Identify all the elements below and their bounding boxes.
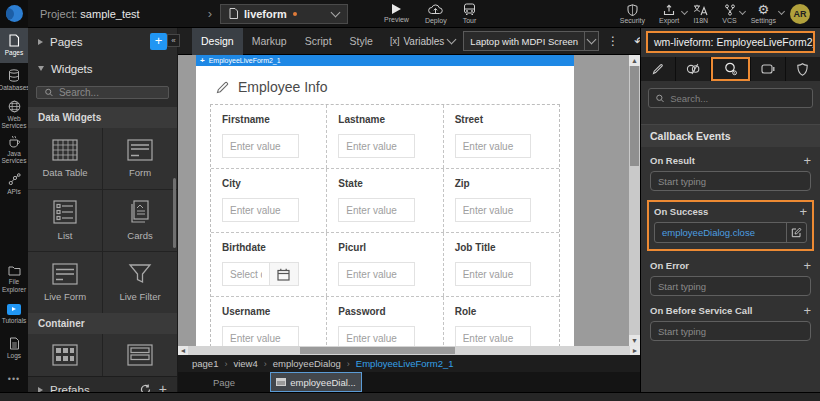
- form-field-birthdate[interactable]: Birthdate: [211, 233, 327, 296]
- rail-item-web-services[interactable]: Web Services: [0, 98, 28, 133]
- add-on-error-action-button[interactable]: +: [803, 260, 811, 271]
- form-field-password[interactable]: Password: [327, 297, 443, 346]
- device-select[interactable]: Laptop with MDPI Screen: [463, 31, 599, 51]
- breadcrumb-view4[interactable]: view4: [233, 358, 257, 369]
- widget-live-filter[interactable]: Live Filter: [103, 252, 177, 313]
- widget-list[interactable]: List: [28, 190, 102, 251]
- wavemaker-logo[interactable]: [0, 0, 28, 28]
- on-success-value-field[interactable]: employeeDialog.close: [654, 222, 807, 243]
- widget-search[interactable]: [36, 86, 169, 99]
- widget-data-table[interactable]: Data Table: [28, 128, 102, 189]
- left-panel-scrollbar[interactable]: [173, 178, 176, 248]
- preview-button[interactable]: Preview: [384, 4, 409, 23]
- breadcrumb-employeedialog[interactable]: employeeDialog: [273, 358, 341, 369]
- canvas-vertical-scrollbar[interactable]: ▲ ▼: [629, 55, 640, 346]
- rail-item-apis[interactable]: APIs: [0, 167, 28, 202]
- breadcrumb-employeeliveform[interactable]: EmployeeLiveForm2_1: [356, 358, 454, 369]
- dialog-page[interactable]: + EmployeeLiveForm2_1 Employee Info Firs…: [196, 55, 574, 346]
- form-field-role[interactable]: Role: [444, 297, 559, 346]
- page-tab-liveform[interactable]: liveform: [220, 4, 348, 24]
- city-input[interactable]: [222, 198, 299, 222]
- i18n-button[interactable]: I18N: [693, 4, 708, 24]
- prefabs-section-header[interactable]: Prefabs +: [28, 376, 177, 392]
- properties-search-input[interactable]: [670, 93, 805, 104]
- variables-button[interactable]: [x] Variables: [390, 36, 455, 47]
- edit-on-success-button[interactable]: [786, 223, 806, 242]
- settings-button[interactable]: ⚙ Settings: [751, 4, 776, 24]
- street-input[interactable]: [455, 134, 532, 158]
- state-input[interactable]: [338, 198, 415, 222]
- rail-item-file-explorer[interactable]: File Explorer: [0, 262, 28, 297]
- rail-more-button[interactable]: •••: [0, 366, 28, 392]
- on-before-service-call-input[interactable]: [658, 326, 803, 337]
- deploy-button[interactable]: Deploy: [425, 4, 447, 24]
- export-button[interactable]: Export: [659, 4, 679, 24]
- add-on-before-service-call-action-button[interactable]: +: [803, 305, 811, 316]
- widget-form[interactable]: Form: [103, 128, 177, 189]
- form-title-row[interactable]: Employee Info: [196, 66, 574, 104]
- device-tab[interactable]: [751, 57, 785, 81]
- form-field-state[interactable]: State: [327, 169, 443, 232]
- form-field-lastname[interactable]: Lastname: [327, 105, 443, 168]
- properties-tab[interactable]: [641, 57, 675, 81]
- canvas-horizontal-scrollbar[interactable]: ◄ ►: [178, 346, 640, 355]
- form-field-firstname[interactable]: Firstname: [211, 105, 327, 168]
- move-handle-icon[interactable]: +: [200, 56, 205, 65]
- form-field-zip[interactable]: Zip: [444, 169, 559, 232]
- rail-item-java-services[interactable]: Java Services: [0, 132, 28, 167]
- add-on-success-action-button[interactable]: +: [799, 206, 807, 217]
- selected-widget-bar[interactable]: + EmployeeLiveForm2_1: [196, 55, 574, 66]
- firstname-input[interactable]: [222, 134, 299, 158]
- on-result-input[interactable]: [658, 176, 803, 187]
- add-page-button[interactable]: +: [150, 33, 167, 50]
- scroll-up-arrow[interactable]: ▲: [629, 55, 640, 66]
- collapse-left-panel-button[interactable]: «: [167, 34, 180, 47]
- tab-style[interactable]: Style: [341, 28, 382, 55]
- properties-search[interactable]: [648, 88, 813, 108]
- widget-layout-rows[interactable]: [103, 334, 177, 376]
- widgets-section-header[interactable]: Widgets: [28, 55, 177, 82]
- horizontal-scroll-thumb[interactable]: [300, 347, 455, 354]
- styles-tab[interactable]: [676, 57, 710, 81]
- birthdate-input[interactable]: [222, 262, 269, 286]
- password-input[interactable]: [338, 326, 415, 346]
- widget-grid-layout[interactable]: [28, 334, 102, 376]
- breadcrumb-page1[interactable]: page1: [192, 358, 218, 369]
- live-form-grid[interactable]: Firstname Lastname Street: [210, 104, 560, 346]
- rail-item-databases[interactable]: Databases: [0, 63, 28, 98]
- on-error-input[interactable]: [658, 281, 803, 292]
- form-field-job-title[interactable]: Job Title: [444, 233, 559, 296]
- events-tab[interactable]: [711, 57, 749, 81]
- pages-section-header[interactable]: Pages +: [28, 28, 177, 55]
- form-field-username[interactable]: Username: [211, 297, 327, 346]
- security-button[interactable]: Security: [620, 4, 645, 24]
- canvas-more-menu-button[interactable]: ⋮: [607, 36, 619, 46]
- vertical-scroll-thumb[interactable]: [630, 66, 639, 166]
- vcs-button[interactable]: VCS: [722, 4, 736, 24]
- widget-live-form[interactable]: Live Form: [28, 252, 102, 313]
- scroll-right-arrow[interactable]: ►: [630, 346, 640, 355]
- rail-item-tutorials[interactable]: Tutorials: [0, 297, 28, 332]
- tab-design[interactable]: Design: [192, 28, 243, 55]
- bottom-tab-employee-dialog[interactable]: employeeDial...: [270, 372, 362, 392]
- widget-search-input[interactable]: [59, 87, 160, 98]
- tab-markup[interactable]: Markup: [243, 28, 296, 55]
- tour-button[interactable]: Tour: [463, 3, 477, 24]
- tab-script[interactable]: Script: [296, 28, 341, 55]
- add-prefab-button[interactable]: +: [159, 384, 167, 392]
- form-field-picurl[interactable]: Picurl: [327, 233, 443, 296]
- on-success-value[interactable]: employeeDialog.close: [655, 227, 786, 238]
- username-input[interactable]: [222, 326, 299, 346]
- rail-item-pages[interactable]: Pages: [0, 28, 28, 63]
- scroll-down-arrow[interactable]: ▼: [629, 335, 640, 346]
- widget-cards[interactable]: Cards: [103, 190, 177, 251]
- rail-item-logs[interactable]: Logs: [0, 331, 28, 366]
- role-input[interactable]: [455, 326, 532, 346]
- user-avatar[interactable]: AR: [790, 4, 810, 24]
- picurl-input[interactable]: [338, 262, 415, 286]
- add-on-result-action-button[interactable]: +: [803, 155, 811, 166]
- lastname-input[interactable]: [338, 134, 415, 158]
- form-field-city[interactable]: City: [211, 169, 327, 232]
- refresh-icon[interactable]: [140, 384, 151, 392]
- scroll-left-arrow[interactable]: ◄: [178, 346, 188, 355]
